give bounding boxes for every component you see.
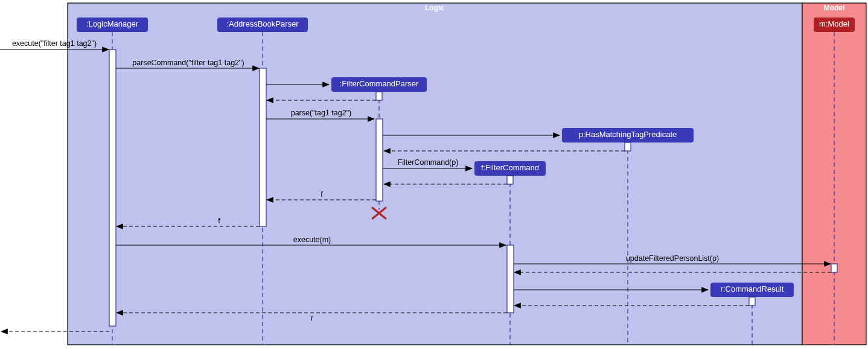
frame-logic xyxy=(68,3,802,345)
participant-model-label: m:Model xyxy=(819,19,849,28)
msg-parse-command-label: parseCommand("filter tag1 tag2") xyxy=(132,59,244,67)
msg-update-filtered-list-label: updateFilteredPersonList(p) xyxy=(626,254,719,263)
participant-has-matching-tag-predicate-label: p:HasMatchingTagPredicate xyxy=(579,130,677,139)
msg-execute-in-label: execute("filter tag1 tag2") xyxy=(12,39,97,48)
activation-fcp-create xyxy=(376,92,382,100)
msg-return-f1-label: f xyxy=(321,190,323,199)
msg-return-r-label: r xyxy=(311,314,313,322)
participant-address-book-parser-label: :AddressBookParser xyxy=(226,19,299,28)
msg-execute-m-label: execute(m) xyxy=(293,235,331,244)
participant-filter-command-label: f:FilterCommand xyxy=(481,163,539,172)
participant-command-result-label: r:CommandResult xyxy=(721,284,784,293)
msg-filter-command-new-label: FilterCommand(p) xyxy=(398,158,459,167)
msg-return-f2-label: f xyxy=(218,217,220,225)
activation-cr-create xyxy=(749,297,755,306)
activation-address-book-parser xyxy=(260,68,266,226)
frame-logic-label: Logic xyxy=(425,4,444,12)
sequence-diagram: Logic Model :LogicManager :AddressBookPa… xyxy=(0,0,868,349)
activation-predicate-create xyxy=(625,142,631,151)
participant-logic-manager-label: :LogicManager xyxy=(86,19,139,28)
activation-fc-create xyxy=(507,176,513,184)
frame-model-label: Model xyxy=(824,4,845,12)
activation-logic-manager xyxy=(109,50,116,326)
activation-model-update xyxy=(831,264,837,272)
activation-fcp-parse xyxy=(376,119,383,201)
activation-fc-execute xyxy=(507,245,514,313)
participant-filter-command-parser-label: :FilterCommandParser xyxy=(340,79,419,88)
msg-parse-label: parse("tag1 tag2") xyxy=(291,109,352,117)
